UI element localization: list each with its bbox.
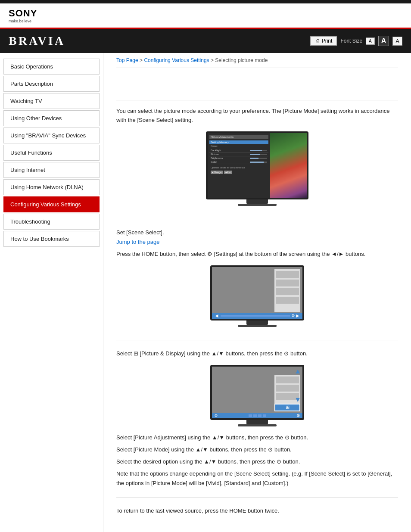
picture-adjustments-screenshot: Picture Adjustments Setting Memory Reset… [116, 131, 398, 206]
nav-sq-2 [253, 414, 257, 417]
adj-row-brightness: Brightness [209, 156, 268, 160]
menu-row-3a [276, 376, 299, 383]
nav-arrow-right: ► [295, 313, 300, 319]
nav-sq-3 [258, 414, 262, 417]
breadcrumb: Top Page > Configuring Various Settings … [116, 53, 398, 68]
nav-squares [249, 414, 266, 417]
adj-row-picture: Picture [209, 152, 268, 156]
intro-text: You can select the picture mode accordin… [116, 107, 398, 125]
header-tools: 🖨 Print Font Size A A A [310, 36, 402, 46]
breadcrumb-separator-2: > [211, 57, 215, 63]
font-small-button[interactable]: A [366, 37, 375, 45]
tv-frame-outer: Picture Adjustments Setting Memory Reset… [206, 131, 308, 199]
print-button[interactable]: 🖨 Print [310, 36, 337, 46]
tv-screen-1: Picture Adjustments Setting Memory Reset… [208, 133, 307, 198]
nav-sq-1 [249, 414, 252, 417]
bravia-title: BRAVIA [9, 34, 65, 48]
nav-bar-fill [221, 315, 290, 317]
breadcrumb-current: Selecting picture mode [215, 57, 268, 63]
nav-bar-2: ◄ ⚙ ► [212, 313, 302, 319]
tv-stand-3 [246, 420, 268, 424]
step1-label: Set [Scene Select]. Jump to the page [116, 228, 398, 247]
settings-icon-inline: ⚙ [207, 251, 212, 257]
nav-sq-4 [263, 414, 266, 417]
sidebar-item-troubleshooting[interactable]: Troubleshooting [3, 214, 100, 230]
tv-base-2 [238, 325, 277, 327]
sidebar-item-using-bravia-sync[interactable]: Using "BRAVIA" Sync Devices [3, 128, 100, 143]
menu-arrow-up: ▲ [294, 367, 301, 375]
font-xlarge-button[interactable]: A [392, 37, 402, 46]
breadcrumb-separator-1: > [140, 57, 144, 63]
print-label: Print [322, 38, 333, 44]
font-size-label: Font Size [340, 38, 362, 44]
settings-screenshot-2: ▲ ⊞ ▼ [116, 365, 398, 426]
sony-logo: SONY make.believe [9, 8, 37, 23]
step1-section: Set [Scene Select]. Jump to the page Pre… [116, 228, 398, 340]
sidebar-item-watching-tv[interactable]: Watching TV [3, 93, 100, 109]
content-area: Top Page > Configuring Various Settings … [103, 53, 411, 532]
nav-bar-3: ⚙ ⚙ [212, 413, 302, 418]
sidebar-item-parts-description[interactable]: Parts Description [3, 76, 100, 92]
tv-stand-2 [246, 320, 268, 325]
sidebar-item-using-other-devices[interactable]: Using Other Devices [3, 110, 100, 126]
sidebar-item-how-to-use-bookmarks[interactable]: How to Use Bookmarks [3, 231, 100, 247]
return-text: To return to the last viewed source, pre… [116, 506, 398, 516]
step6-note: Note that the options change depending o… [116, 469, 398, 488]
selected-menu-item: ⊞ [274, 404, 300, 411]
nav-arrow-left: ◄ [214, 313, 219, 319]
tv-base-3 [238, 424, 277, 426]
adj-footer-buttons: ● Change ■ Exit [209, 171, 268, 174]
sidebar-item-configuring-various-settings[interactable]: Configuring Various Settings [3, 196, 100, 212]
print-icon: 🖨 [315, 38, 320, 44]
sidebar: Basic Operations Parts Description Watch… [0, 53, 103, 532]
tv-base-1 [238, 204, 277, 206]
adj-header: Picture Adjustments [209, 135, 268, 139]
screen-content-left-3 [212, 367, 271, 418]
step6-text: Select the desired option using the ▲/▼ … [116, 457, 398, 467]
sidebar-item-basic-operations[interactable]: Basic Operations [3, 59, 100, 75]
step2-text: Press the HOME button, then select ⚙ [Se… [116, 249, 398, 259]
sony-tagline: make.believe [9, 19, 31, 23]
sony-logo-text: SONY [9, 8, 37, 19]
menu-row-2b [276, 280, 299, 286]
menu-row-3b [276, 385, 299, 392]
adj-footer-text: Optimise picture for Sony home use [209, 165, 268, 170]
tv-frame-outer-3: ▲ ⊞ ▼ [210, 365, 304, 420]
main-layout: Basic Operations Parts Description Watch… [0, 53, 411, 532]
sony-header: SONY make.believe [0, 3, 411, 29]
adj-row-backlight: Backlight [209, 149, 268, 152]
sidebar-item-using-home-network[interactable]: Using Home Network (DLNA) [3, 179, 100, 195]
settings-screenshot-1: ◄ ⚙ ► [116, 265, 398, 327]
adj-row-selected: Setting Memory [209, 140, 268, 144]
adj-row-reset: Reset [209, 144, 268, 148]
page-title-area [116, 75, 398, 100]
menu-row-2a [276, 271, 299, 278]
sidebar-item-using-internet[interactable]: Using Internet [3, 162, 100, 178]
nav-settings-icon-3: ⚙ [296, 413, 300, 418]
jump-to-page-link[interactable]: Jump to the page [116, 239, 159, 245]
adj-row-color: Color [209, 160, 268, 164]
tv-screen-3: ▲ ⊞ ▼ [212, 367, 302, 418]
top-bar [0, 0, 411, 3]
step5-text: Select [Picture Mode] using the ▲/▼ butt… [116, 445, 398, 454]
menu-arrow-down: ▼ [294, 396, 301, 404]
adj-panel: Picture Adjustments Setting Memory Reset… [208, 133, 270, 198]
nav-icon-3: ⚙ [214, 413, 218, 418]
screen-content-left [212, 267, 272, 319]
intro-section: You can select the picture mode accordin… [116, 107, 398, 219]
picture-display-icon-selected: ⊞ [286, 404, 290, 410]
tv-frame-outer-2: ◄ ⚙ ► [210, 265, 304, 320]
picture-display-icon: ⊞ [134, 350, 138, 357]
menu-row-2c [276, 288, 299, 295]
tv-flower-image [270, 133, 307, 198]
breadcrumb-top-page[interactable]: Top Page [116, 57, 138, 63]
step3-section: Select ⊞ [Picture & Display] using the ▲… [116, 349, 398, 498]
return-section: To return to the last viewed source, pre… [116, 506, 398, 525]
tv-frame-2: ◄ ⚙ ► [210, 265, 304, 327]
tv-frame-1: Picture Adjustments Setting Memory Reset… [206, 131, 308, 206]
menu-row-2d [276, 297, 299, 304]
sidebar-item-useful-functions[interactable]: Useful Functions [3, 145, 100, 161]
font-large-button[interactable]: A [378, 36, 389, 46]
breadcrumb-configuring[interactable]: Configuring Various Settings [144, 57, 209, 63]
step3-text: Select ⊞ [Picture & Display] using the ▲… [116, 349, 398, 358]
